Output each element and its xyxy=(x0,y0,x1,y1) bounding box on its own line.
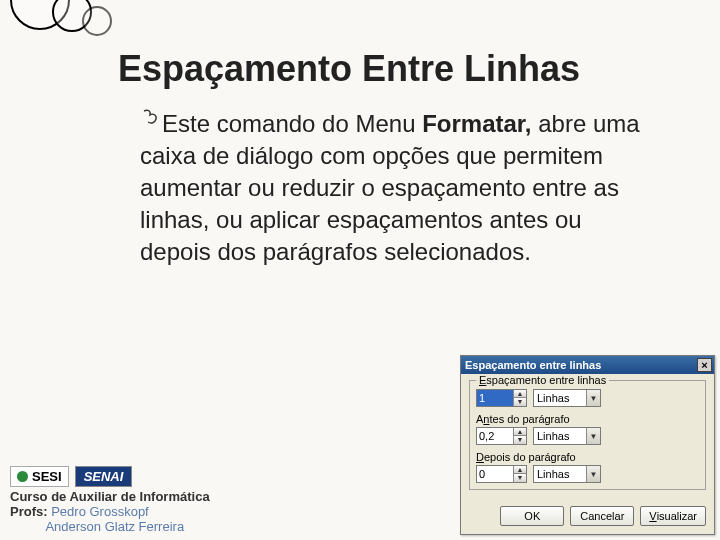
before-spinner[interactable]: ▲▼ xyxy=(476,427,527,445)
spin-up-icon[interactable]: ▲ xyxy=(513,390,526,398)
logo-senai: SENAI xyxy=(75,466,133,487)
dialog-titlebar[interactable]: Espaçamento entre linhas × xyxy=(461,356,714,374)
prof-2: Anderson Glatz Ferreira xyxy=(45,519,184,534)
preview-button[interactable]: Visualizar xyxy=(640,506,706,526)
before-input[interactable] xyxy=(477,428,513,444)
chevron-down-icon[interactable]: ▼ xyxy=(586,390,600,406)
after-spinner[interactable]: ▲▼ xyxy=(476,465,527,483)
body-bold: Formatar, xyxy=(422,110,531,137)
logo-sesi: SESI xyxy=(10,466,69,487)
body-prefix: Este comando do Menu xyxy=(162,110,422,137)
spacing-groupbox: EEspaçamento entre linhasspaçamento entr… xyxy=(469,380,706,490)
unit-value: Linhas xyxy=(537,468,569,480)
prof-1: Pedro Grosskopf xyxy=(51,504,149,519)
before-unit-select[interactable]: Linhas ▼ xyxy=(533,427,601,445)
line-spacing-dialog: Espaçamento entre linhas × EEspaçamento … xyxy=(460,355,715,535)
after-input[interactable] xyxy=(477,466,513,482)
spin-down-icon[interactable]: ▼ xyxy=(513,474,526,482)
group-legend: EEspaçamento entre linhasspaçamento entr… xyxy=(476,374,609,386)
decorative-circles xyxy=(10,0,130,50)
chevron-down-icon[interactable]: ▼ xyxy=(586,466,600,482)
before-paragraph-label: Antes do parágrafo xyxy=(476,413,699,425)
slide-title: Espaçamento Entre Linhas xyxy=(118,48,580,90)
line-spacing-unit-select[interactable]: Linhas ▼ xyxy=(533,389,601,407)
footer: SESI SENAI Curso de Auxiliar de Informát… xyxy=(10,466,210,534)
spin-up-icon[interactable]: ▲ xyxy=(513,428,526,436)
spin-down-icon[interactable]: ▼ xyxy=(513,436,526,444)
course-name: Curso de Auxiliar de Informática xyxy=(10,489,210,504)
profs-line: Profs: Pedro Grosskopf xyxy=(10,504,210,519)
spin-up-icon[interactable]: ▲ xyxy=(513,466,526,474)
ok-button[interactable]: OK xyxy=(500,506,564,526)
unit-value: Linhas xyxy=(537,430,569,442)
dialog-title: Espaçamento entre linhas xyxy=(465,359,601,371)
profs-line-2: Anderson Glatz Ferreira xyxy=(10,519,210,534)
close-icon[interactable]: × xyxy=(697,358,712,372)
line-spacing-spinner[interactable]: ▲▼ xyxy=(476,389,527,407)
after-unit-select[interactable]: Linhas ▼ xyxy=(533,465,601,483)
cancel-button[interactable]: Cancelar xyxy=(570,506,634,526)
bullet-icon xyxy=(140,108,162,128)
profs-label: Profs: xyxy=(10,504,48,519)
chevron-down-icon[interactable]: ▼ xyxy=(586,428,600,444)
line-spacing-input[interactable] xyxy=(477,390,513,406)
after-paragraph-label: Depois do parágrafo xyxy=(476,451,699,463)
spin-down-icon[interactable]: ▼ xyxy=(513,398,526,406)
slide-body: Este comando do Menu Formatar, abre uma … xyxy=(140,108,640,268)
unit-value: Linhas xyxy=(537,392,569,404)
